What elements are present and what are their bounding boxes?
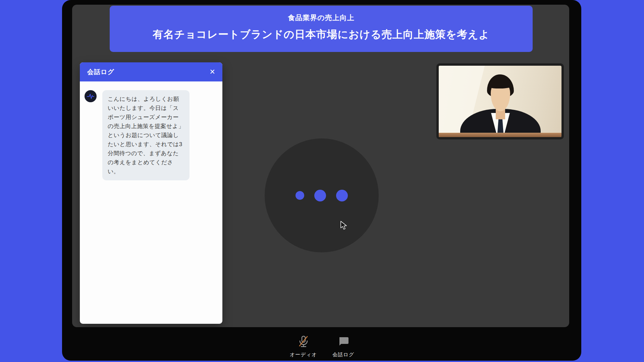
- topic-title: 有名チョコレートブランドの日本市場における売上向上施策を考えよ: [110, 27, 533, 42]
- chat-message: こんにちは、よろしくお願いいたします。今日は「スポーツ用シューズメーカーの売上向…: [85, 90, 218, 180]
- topic-category: 食品業界の売上向上: [110, 13, 533, 22]
- speaking-dot: [296, 191, 304, 200]
- conversation-log-body: こんにちは、よろしくお願いいたします。今日は「スポーツ用シューズメーカーの売上向…: [80, 81, 222, 324]
- conversation-log-header: 会話ログ ×: [80, 62, 222, 81]
- ai-speaker-circle: [265, 138, 379, 252]
- desk-edge: [439, 133, 561, 137]
- conversation-log-title: 会話ログ: [87, 68, 114, 76]
- app-screen: 食品業界の売上向上 有名チョコレートブランドの日本市場における売上向上施策を考え…: [72, 5, 569, 327]
- audio-button-label: オーディオ: [290, 352, 317, 358]
- speaking-dot: [314, 190, 326, 201]
- close-icon[interactable]: ×: [210, 67, 215, 76]
- chat-log-button-label: 会話ログ: [332, 352, 354, 358]
- audio-toggle-button[interactable]: オーディオ: [290, 335, 317, 358]
- control-toolbar: オーディオ 会話ログ: [0, 335, 644, 358]
- topic-banner: 食品業界の売上向上 有名チョコレートブランドの日本市場における売上向上施策を考え…: [110, 6, 533, 52]
- participant-video: [436, 63, 564, 139]
- conversation-log-button[interactable]: 会話ログ: [332, 335, 354, 358]
- ai-avatar: [85, 90, 97, 102]
- participant-video-frame: [439, 66, 561, 137]
- participant-person: [439, 66, 561, 137]
- conversation-log-panel: 会話ログ × こんにちは、よろしくお願いいたします。今日は「スポーツ用シューズメ…: [80, 62, 222, 324]
- microphone-muted-icon: [297, 335, 310, 349]
- chat-bubble-icon: [337, 335, 350, 349]
- message-bubble: こんにちは、よろしくお願いいたします。今日は「スポーツ用シューズメーカーの売上向…: [102, 90, 190, 180]
- pulse-waveform-icon: [87, 92, 95, 100]
- speaking-dot: [336, 190, 348, 201]
- mouse-cursor: [340, 221, 349, 232]
